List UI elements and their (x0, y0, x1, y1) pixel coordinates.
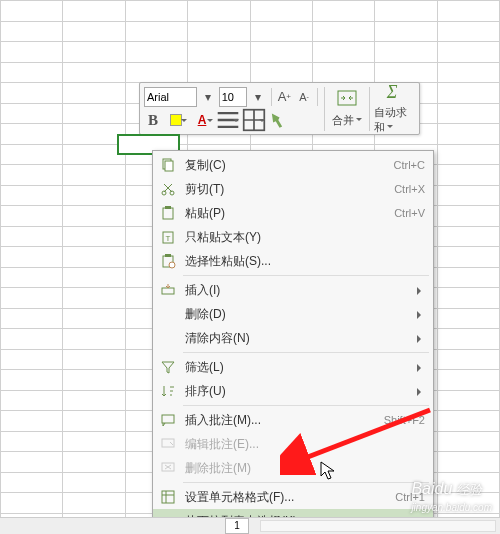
bold-button[interactable]: B (144, 110, 162, 130)
horizontal-scrollbar[interactable]: 1 (0, 517, 500, 534)
font-name-dropdown-icon[interactable]: ▾ (199, 87, 217, 107)
merge-cells-button[interactable]: 合并 (327, 86, 367, 132)
autosum-button[interactable]: Σ 自动求和 (372, 78, 412, 139)
format-painter-button[interactable] (268, 110, 286, 130)
svg-rect-13 (162, 288, 174, 294)
menu-clear[interactable]: 清除内容(N) (153, 326, 433, 350)
insert-icon (157, 280, 179, 300)
font-size-select[interactable] (219, 87, 247, 107)
svg-rect-17 (162, 491, 174, 503)
menu-paste[interactable]: 粘贴(P) Ctrl+V (153, 201, 433, 225)
paste-icon (157, 203, 179, 223)
filter-icon (157, 357, 179, 377)
merge-label: 合并 (332, 113, 362, 128)
cut-icon (157, 179, 179, 199)
svg-text:T: T (166, 234, 171, 243)
fill-color-button[interactable] (164, 110, 188, 130)
sort-icon (157, 381, 179, 401)
font-name-select[interactable] (144, 87, 197, 107)
svg-rect-3 (165, 161, 173, 171)
svg-rect-14 (162, 415, 174, 423)
align-button[interactable] (216, 110, 240, 130)
watermark: Baidu 经验 jingyan.baidu.com (411, 480, 492, 514)
sheet-tab[interactable]: 1 (225, 518, 249, 534)
edit-comment-icon (157, 434, 179, 454)
menu-cut[interactable]: 剪切(T) Ctrl+X (153, 177, 433, 201)
menu-delete-comment: 删除批注(M) (153, 456, 433, 480)
svg-rect-6 (163, 208, 173, 219)
menu-copy[interactable]: 复制(C) Ctrl+C (153, 153, 433, 177)
merge-icon (337, 90, 357, 111)
context-menu: 复制(C) Ctrl+C 剪切(T) Ctrl+X 粘贴(P) Ctrl+V T… (152, 150, 434, 534)
copy-icon (157, 155, 179, 175)
mini-toolbar: ▾ ▾ A+ A- B A (139, 82, 420, 135)
decrease-font-icon[interactable]: A- (295, 87, 313, 107)
paste-special-icon (157, 251, 179, 271)
svg-rect-11 (165, 254, 171, 257)
menu-sort[interactable]: 排序(U) (153, 379, 433, 403)
menu-format-cells[interactable]: 设置单元格格式(F)... Ctrl+1 (153, 485, 433, 509)
menu-insert-comment[interactable]: 插入批注(M)... Shift+F2 (153, 408, 433, 432)
svg-rect-1 (338, 91, 356, 105)
menu-paste-special[interactable]: 选择性粘贴(S)... (153, 249, 433, 273)
svg-rect-7 (165, 206, 171, 209)
font-size-dropdown-icon[interactable]: ▾ (249, 87, 267, 107)
paste-text-icon: T (157, 227, 179, 247)
menu-edit-comment: 编辑批注(E)... (153, 432, 433, 456)
sigma-icon: Σ (387, 82, 398, 103)
menu-paste-text[interactable]: T 只粘贴文本(Y) (153, 225, 433, 249)
border-button[interactable] (242, 110, 266, 130)
font-color-button[interactable]: A (190, 110, 214, 130)
svg-point-12 (169, 262, 175, 268)
autosum-label: 自动求和 (374, 105, 410, 135)
comment-icon (157, 410, 179, 430)
svg-rect-15 (162, 439, 174, 447)
increase-font-icon[interactable]: A+ (275, 87, 293, 107)
delete-comment-icon (157, 458, 179, 478)
format-cells-icon (157, 487, 179, 507)
menu-filter[interactable]: 筛选(L) (153, 355, 433, 379)
menu-delete[interactable]: 删除(D) (153, 302, 433, 326)
menu-insert[interactable]: 插入(I) (153, 278, 433, 302)
